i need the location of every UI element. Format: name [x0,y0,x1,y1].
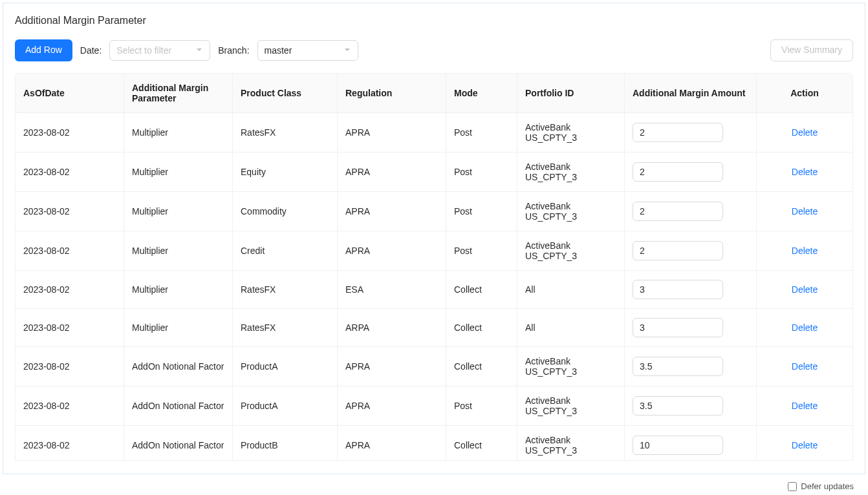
cell-portfolio: ActiveBank US_CPTY_3 [517,386,625,425]
cell-regulation: APRA [338,231,446,270]
cell-amount [625,113,757,152]
table-row: 2023-08-02MultiplierRatesFXESACollectAll… [16,271,852,309]
col-header-param: Additional Margin Parameter [124,74,233,112]
delete-link[interactable]: Delete [792,206,818,216]
cell-amount [625,231,757,270]
cell-regulation: APRA [338,192,446,231]
cell-asofdate: 2023-08-02 [16,271,124,308]
cell-product: Commodity [233,192,338,231]
table-row: 2023-08-02MultiplierCreditAPRAPostActive… [16,231,852,271]
cell-regulation: APRA [338,386,446,425]
date-label: Date: [80,45,102,56]
cell-param: Multiplier [124,231,233,270]
cell-mode: Post [446,386,517,425]
amount-input[interactable] [633,436,723,455]
cell-action: Delete [757,113,852,152]
col-header-portfolio: Portfolio ID [517,74,625,112]
table-row: 2023-08-02AddOn Notional FactorProductAA… [16,386,852,426]
cell-action: Delete [757,231,852,270]
date-filter-select[interactable]: Select to filter [109,40,210,61]
cell-amount [625,153,757,191]
cell-amount [625,309,757,346]
delete-link[interactable]: Delete [792,127,818,138]
view-summary-button[interactable]: View Summary [770,39,853,61]
delete-link[interactable]: Delete [792,440,818,450]
cell-mode: Collect [446,271,517,308]
margin-table: AsOfDate Additional Margin Parameter Pro… [15,73,853,461]
cell-product: RatesFX [233,113,338,152]
cell-regulation: APRA [338,153,446,191]
cell-mode: Post [446,192,517,231]
cell-param: AddOn Notional Factor [124,386,233,425]
cell-action: Delete [757,426,852,460]
amount-input[interactable] [633,357,723,376]
cell-param: Multiplier [124,153,233,191]
cell-mode: Post [446,231,517,270]
cell-regulation: APRA [338,347,446,386]
cell-param: Multiplier [124,113,233,152]
cell-regulation: ESA [338,271,446,308]
col-header-action: Action [757,74,852,112]
cell-action: Delete [757,192,852,231]
table-row: 2023-08-02AddOn Notional FactorProductBA… [16,426,852,460]
cell-param: AddOn Notional Factor [124,426,233,460]
delete-link[interactable]: Delete [792,361,818,372]
cell-product: RatesFX [233,271,338,308]
table-body[interactable]: 2023-08-02MultiplierRatesFXAPRAPostActiv… [16,113,852,460]
cell-amount [625,426,757,460]
cell-action: Delete [757,271,852,308]
cell-asofdate: 2023-08-02 [16,347,124,386]
cell-portfolio: All [517,309,625,346]
cell-asofdate: 2023-08-02 [16,386,124,425]
branch-label: Branch: [218,45,249,56]
cell-amount [625,347,757,386]
branch-value: master [265,45,292,56]
toolbar: Add Row Date: Select to filter Branch: m… [15,39,853,61]
delete-link[interactable]: Delete [792,284,818,295]
amount-input[interactable] [633,396,723,416]
chevron-down-icon [343,45,351,56]
col-header-asofdate: AsOfDate [16,74,124,112]
table-row: 2023-08-02MultiplierCommodityAPRAPostAct… [16,192,852,231]
delete-link[interactable]: Delete [792,246,818,256]
cell-asofdate: 2023-08-02 [16,113,124,152]
cell-portfolio: ActiveBank US_CPTY_3 [517,426,625,460]
cell-amount [625,271,757,308]
table-row: 2023-08-02AddOn Notional FactorProductAA… [16,347,852,386]
cell-product: Equity [233,153,338,191]
delete-link[interactable]: Delete [792,401,818,411]
cell-portfolio: All [517,271,625,308]
cell-mode: Collect [446,426,517,460]
branch-select[interactable]: master [257,40,358,61]
delete-link[interactable]: Delete [792,167,818,177]
cell-param: Multiplier [124,271,233,308]
amount-input[interactable] [633,318,723,337]
cell-action: Delete [757,347,852,386]
amount-input[interactable] [633,162,723,182]
margin-parameter-panel: Additional Margin Parameter Add Row Date… [3,3,865,474]
cell-action: Delete [757,153,852,191]
cell-asofdate: 2023-08-02 [16,231,124,270]
amount-input[interactable] [633,280,723,299]
cell-product: ProductA [233,386,338,425]
cell-portfolio: ActiveBank US_CPTY_3 [517,192,625,231]
col-header-amount: Additional Margin Amount [625,74,757,112]
cell-asofdate: 2023-08-02 [16,309,124,346]
table-row: 2023-08-02MultiplierRatesFXARPACollectAl… [16,309,852,347]
add-row-button[interactable]: Add Row [15,39,72,61]
amount-input[interactable] [633,241,723,260]
delete-link[interactable]: Delete [792,322,818,333]
cell-product: RatesFX [233,309,338,346]
cell-regulation: APRA [338,426,446,460]
amount-input[interactable] [633,123,723,142]
cell-asofdate: 2023-08-02 [16,192,124,231]
cell-regulation: APRA [338,113,446,152]
cell-param: AddOn Notional Factor [124,347,233,386]
col-header-mode: Mode [446,74,517,112]
chevron-down-icon [195,45,203,56]
cell-mode: Post [446,153,517,191]
amount-input[interactable] [633,202,723,221]
cell-portfolio: ActiveBank US_CPTY_3 [517,153,625,191]
cell-asofdate: 2023-08-02 [16,153,124,191]
table-row: 2023-08-02MultiplierRatesFXAPRAPostActiv… [16,113,852,153]
